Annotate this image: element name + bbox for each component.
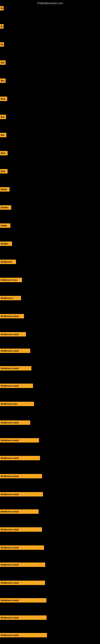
bar-label: Bott [1,170,5,172]
bar-item: Bottle [0,224,10,228]
bar-item: Bot [0,133,6,137]
bar-label: Bottleneck result [1,546,19,549]
bar-label: Bot [1,62,4,64]
bar-item: Bottleneck result [0,527,42,532]
bar-label: Bottleneck result [1,457,19,459]
bar-label: Bottleneck result [1,510,19,513]
bar-label: Bot [1,134,4,136]
bar-label: Bottleneck result [1,350,19,352]
bar-item: Bottleneck result [0,633,47,637]
bar-item: Bott [0,96,7,101]
bar-label: Bottle [1,224,7,227]
bar-label: Bottleneck result [1,439,19,442]
bar-item: Bottleneck result [0,580,45,585]
site-title: TheBottlenecker.com [37,2,63,5]
bar-item: Bottleneck resu [0,402,34,406]
bar-item: Bottleneck result [0,366,31,370]
bar-label: Bottleneck result [1,493,19,496]
bar-label: Bo [1,7,3,10]
bar-label: Bott [1,152,5,154]
bar-item: Bottlen [0,205,11,210]
bar-item: Bott [0,169,8,174]
bar-label: Bottleneck [1,260,12,263]
bar-item: Bottleneck resu [0,278,22,282]
bar-item: Bottleneck result [0,314,24,318]
bar-item: Bott [0,151,8,155]
bar-label: Bottleneck result [1,599,19,602]
bar-label: Bottleneck result [1,616,19,619]
bar-label: Bottleneck result [1,367,19,370]
bar-item: Bot [0,60,6,65]
bar-label: Bott [1,98,5,100]
bar-label: Bot [1,116,4,118]
bar-item: Bottleneck result [0,616,47,620]
bar-label: Bo [1,43,3,46]
bar-label: Bottleneck result [1,528,19,531]
bar-label: Bottleneck result [1,422,19,424]
bar-item: Bottleneck result [0,509,39,514]
bar-label: Bot [1,80,4,82]
bar-label: Bottleneck resu [1,279,17,281]
bar-item: Bottleneck r [0,296,21,300]
bar-label: Bottleneck result [1,582,19,584]
bar-item: Bottleneck result [0,384,33,388]
bar-label: Bottle [1,188,7,190]
bar-item: Bottleneck result [0,420,30,425]
bar-item: Bottleneck [0,260,16,264]
bar-item: Bottleneck result [0,474,42,478]
bar-item: Bottleneck result [0,546,44,550]
bar-item: Bottleneck result [0,348,30,353]
bar-label: Bottlen [1,242,8,245]
bar-label: Bottleneck result [1,315,19,317]
bar-item: Bo [0,24,3,28]
bar-item: Bottleneck result [0,438,39,442]
bar-item: Bot [0,115,6,119]
bar-label: Bottleneck resu [1,403,17,405]
bar-item: Bo [0,6,3,10]
bar-item: Bottleneck result [0,456,40,460]
bar-item: Bottle [0,187,10,192]
bar-item: Bottlen [0,242,12,246]
bar-item: Bottleneck result [0,562,45,567]
bar-label: Bo [1,25,3,28]
bar-label: Bottleneck result [1,384,19,387]
bar-label: Bottleneck result [1,475,19,477]
bar-label: Bottleneck result [1,333,19,336]
bar-label: Bottleneck result [1,564,19,566]
bar-label: Bottleneck r [1,297,14,299]
bar-label: Bottleneck result [1,634,19,636]
bar-item: Bot [0,78,6,83]
bar-item: Bottleneck result [0,492,43,496]
bar-label: Bottlen [1,206,8,209]
bar-item: Bo [0,42,4,47]
bar-item: Bottleneck result [0,332,26,336]
bar-item: Bottleneck result [0,598,47,602]
